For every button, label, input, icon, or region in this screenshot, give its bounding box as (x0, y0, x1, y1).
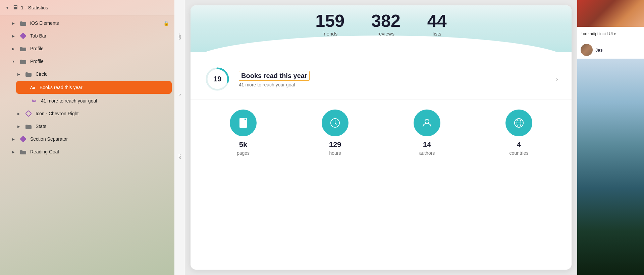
diamond-icon (19, 32, 27, 40)
countries-value: 4 (517, 140, 521, 149)
svg-point-17 (425, 119, 429, 123)
svg-rect-11 (20, 150, 22, 152)
authors-value: 14 (423, 140, 431, 149)
folder-icon (25, 123, 32, 130)
chevron-right-icon (16, 125, 21, 128)
reading-goal-label: Reading Goal (30, 149, 169, 154)
folder-icon (19, 45, 27, 52)
sidebar-item-tab-bar[interactable]: Tab Bar (0, 29, 174, 42)
authors-stat: 14 authors (414, 110, 440, 156)
pages-label: pages (237, 150, 250, 156)
hours-stat: 129 hours (322, 110, 348, 156)
sidebar-title: 1 - Statistics (21, 5, 48, 10)
books-chevron-right-icon[interactable]: › (556, 76, 558, 83)
chevron-right-icon (11, 150, 16, 154)
books-info: Books read this year 41 more to reach yo… (239, 71, 548, 87)
folder-icon (19, 148, 27, 155)
svg-rect-7 (25, 72, 28, 74)
authors-label: authors (419, 150, 435, 156)
41-more-label: 41 more to reach your goal (41, 98, 169, 104)
sidebar-items-list: iOS Elements 🔒 Tab Bar Profile Profil (0, 15, 174, 275)
circle-label: Circle (36, 71, 169, 77)
authors-icon-circle (414, 110, 440, 136)
text-aa-icon: Aa (29, 84, 36, 91)
sidebar-item-reading-goal[interactable]: Reading Goal (0, 145, 174, 158)
sidebar-item-stats[interactable]: Stats (0, 120, 174, 133)
lists-stat: 44 lists (427, 12, 447, 39)
document-icon (237, 117, 249, 129)
hours-icon-circle (322, 110, 348, 136)
reviews-value: 382 (371, 12, 400, 29)
friends-stat: 159 friends (315, 12, 344, 39)
right-profile-row: Jas (577, 41, 644, 59)
pages-value: 5k (239, 140, 247, 149)
sidebar-header[interactable]: ▼ 🖥 1 - Statistics (0, 0, 174, 15)
icon-stats-row: 5k pages 129 hours (191, 99, 572, 162)
sidebar-item-icon-chevron-right[interactable]: Icon - Chevron Right (0, 107, 174, 120)
sidebar-item-profile-1[interactable]: Profile (0, 42, 174, 55)
hours-label: hours (329, 150, 341, 156)
sidebar-item-profile-2[interactable]: Profile (0, 55, 174, 68)
countries-stat: 4 countries (505, 110, 532, 156)
chevron-down-icon (11, 60, 16, 63)
sidebar-item-books-read[interactable]: Aa Books read this year (16, 81, 172, 94)
sidebar-item-circle[interactable]: Circle (0, 68, 174, 80)
diamond-icon (19, 135, 27, 143)
person-icon (421, 117, 433, 129)
sidebar-collapse-chevron[interactable]: ▼ (5, 5, 9, 10)
chevron-right-icon (16, 112, 21, 116)
friends-value: 159 (315, 12, 344, 29)
reading-progress-circle: 19 (204, 66, 231, 92)
ruler-mark-100: 100 (178, 154, 181, 159)
lists-label: lists (433, 31, 441, 37)
ruler-mark-0: 0 (178, 94, 181, 95)
clock-icon (329, 117, 341, 129)
svg-point-15 (241, 122, 243, 124)
svg-rect-1 (20, 21, 22, 23)
folder-icon (25, 70, 32, 78)
monitor-icon: 🖥 (12, 4, 18, 11)
right-panel: Lore adipi incid Ut e Jas (577, 0, 644, 275)
ruler-mark-minus100: -100 (178, 33, 181, 40)
lorem-text: Lore adipi incid Ut e (581, 31, 616, 36)
bottom-image-placeholder (577, 59, 644, 275)
right-top-image (577, 0, 644, 27)
reviews-label: reviews (377, 31, 394, 37)
books-read-title: Books read this year (239, 71, 310, 81)
svg-rect-3 (20, 47, 22, 49)
sidebar-item-ios-elements[interactable]: iOS Elements 🔒 (0, 17, 174, 29)
folder-icon (19, 58, 27, 65)
stats-label: Stats (36, 124, 169, 129)
countries-icon-circle (505, 110, 532, 136)
avatar (581, 44, 593, 56)
pages-stat: 5k pages (230, 110, 257, 156)
countries-label: countries (509, 150, 529, 156)
section-separator-label: Section Separator (30, 136, 169, 142)
chevron-right-icon (11, 137, 16, 141)
books-read-subtitle: 41 more to reach your goal (239, 82, 548, 87)
svg-rect-5 (20, 60, 22, 61)
canvas-content: 159 friends 382 reviews 44 lists (185, 0, 577, 275)
chevron-right-icon (11, 47, 16, 51)
ios-elements-label: iOS Elements (30, 20, 160, 26)
books-read-section: 19 Books read this year 41 more to reach… (191, 52, 572, 99)
profile-name: Jas (595, 48, 603, 53)
lists-value: 44 (427, 12, 447, 29)
chevron-right-icon (11, 34, 16, 38)
diamond-outline-icon (25, 110, 32, 117)
profile-2-label: Profile (30, 59, 169, 64)
canvas-area: -100 0 100 159 friends 382 reviews 44 (174, 0, 577, 275)
reviews-stat: 382 reviews (371, 12, 400, 39)
stats-top-section: 159 friends 382 reviews 44 lists (191, 5, 572, 52)
right-lorem-text: Lore adipi incid Ut e (577, 27, 644, 41)
folder-icon (19, 19, 27, 27)
ruler-left: -100 0 100 (174, 0, 185, 275)
pages-icon-circle (230, 110, 257, 136)
sidebar-item-41-more[interactable]: Aa 41 more to reach your goal (0, 94, 174, 107)
icon-chevron-right-label: Icon - Chevron Right (36, 111, 169, 116)
chevron-right-icon (16, 72, 21, 76)
sidebar: ▼ 🖥 1 - Statistics iOS Elements 🔒 Tab Ba… (0, 0, 174, 275)
top-image-placeholder (577, 0, 644, 27)
svg-rect-9 (25, 125, 28, 126)
sidebar-item-section-separator[interactable]: Section Separator (0, 133, 174, 145)
